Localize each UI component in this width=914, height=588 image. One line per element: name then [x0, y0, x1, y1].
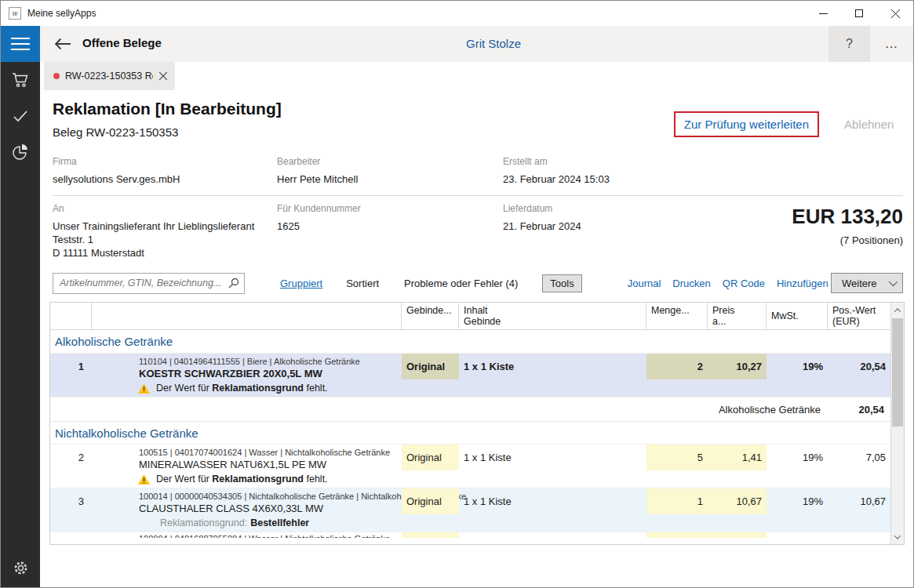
gebinde-cell[interactable]: Original	[402, 445, 459, 470]
scroll-up-button[interactable]	[891, 303, 904, 317]
document-total: EUR 133,20 (7 Positionen)	[682, 203, 903, 268]
chevron-down-icon	[894, 532, 901, 539]
field-firma: Firma sellysolutions Serv.ges.mbH	[53, 156, 277, 186]
hinzufuegen-link[interactable]: Hinzufügen	[777, 278, 828, 289]
position-row-4-partial[interactable]: 100004 | 04016887055084 | Wasser | Nicht…	[50, 532, 890, 538]
inhalt-cell: 1 x 1 Kiste	[459, 488, 646, 514]
group-subtotal: Alkoholische Getränke 20,54	[50, 397, 890, 421]
mwst-cell: 19%	[767, 445, 828, 470]
preis-cell[interactable]: 1,41	[708, 445, 767, 470]
reject-button[interactable]: Ablehnen	[844, 118, 894, 131]
wert-cell: 10,67	[828, 488, 890, 514]
gebinde-cell	[402, 532, 459, 538]
mwst-cell: 19%	[767, 488, 828, 514]
inhalt-cell: 1 x 1 Kiste	[459, 445, 646, 470]
search-box	[53, 273, 245, 294]
document-header: Reklamation [In Bearbeitung] Beleg RW-02…	[53, 100, 903, 151]
warning-row-2: Der Wert für Reklamationsgrund fehlt.	[50, 470, 890, 488]
chevron-down-icon	[889, 278, 898, 286]
col-pos-wert[interactable]: Pos.-Wert (EUR)	[828, 303, 890, 329]
article-meta: 100515 | 04017074001624 | Wasser | Nicht…	[139, 448, 397, 457]
menge-cell[interactable]: 2	[646, 354, 708, 379]
warning-row-1: Der Wert für Reklamationsgrund fehlt.	[50, 379, 890, 397]
sidebar	[1, 26, 40, 587]
app-window: w Meine sellyApps	[0, 0, 914, 588]
chevron-up-icon	[894, 308, 901, 314]
cart-icon	[12, 72, 29, 88]
menge-cell[interactable]: 5	[646, 445, 708, 470]
group-header-alkoholische: Alkoholische Getränke	[50, 330, 890, 353]
total-amount: EUR 133,20	[682, 205, 903, 229]
scroll-down-button[interactable]	[891, 530, 904, 543]
position-row-3[interactable]: 3 100014 | 00000040534305 | Nichtalkohol…	[50, 488, 890, 514]
window-controls	[805, 1, 913, 26]
preis-cell	[708, 532, 767, 538]
filter-sortiert[interactable]: Sortiert	[346, 278, 379, 289]
minimize-icon	[819, 9, 828, 18]
close-button[interactable]	[877, 1, 913, 26]
position-row-1[interactable]: 1 110104 | 04014964111555 | Biere | Alko…	[50, 353, 890, 379]
positions-toolbar: Gruppiert Sortiert Probleme oder Fehler …	[53, 271, 903, 295]
sidebar-item-cart[interactable]	[1, 62, 40, 98]
col-inhalt-gebinde[interactable]: Inhalt Gebinde	[459, 303, 646, 329]
tab-document[interactable]: RW-0223-150353 Re...	[44, 62, 175, 90]
article-meta: 100004 | 04016887055084 | Wasser | Nicht…	[139, 534, 397, 538]
minimize-button[interactable]	[805, 1, 841, 26]
page-title: Offene Belege	[82, 36, 162, 49]
gebinde-cell[interactable]: Original	[402, 354, 459, 379]
close-icon	[891, 9, 900, 18]
qr-code-link[interactable]: QR Code	[723, 278, 765, 289]
sidebar-item-tasks[interactable]	[1, 98, 40, 134]
document-actions: Zur Prüfung weiterleiten Ablehnen	[674, 111, 819, 137]
maximize-button[interactable]	[841, 1, 877, 26]
weitere-dropdown[interactable]: Weitere	[831, 273, 903, 293]
user-name[interactable]: Grit Stolze	[466, 37, 521, 50]
col-preis[interactable]: Preis a...	[708, 303, 767, 329]
filter-probleme[interactable]: Probleme oder Fehler (4)	[404, 278, 518, 289]
search-input[interactable]	[53, 273, 245, 294]
journal-link[interactable]: Journal	[628, 278, 661, 289]
window-title: Meine sellyApps	[27, 8, 96, 19]
col-menge[interactable]: Menge...	[646, 303, 708, 329]
positions-table: Gebinde... Inhalt Gebinde Menge... Preis…	[49, 302, 905, 545]
article-meta: 100014 | 00000040534305 | Nichtalkoholis…	[139, 492, 397, 501]
col-gebinde[interactable]: Gebinde...	[402, 303, 459, 329]
settings-button[interactable]	[1, 551, 40, 584]
preis-cell[interactable]: 10,67	[708, 488, 767, 514]
back-button[interactable]	[49, 34, 76, 54]
help-button[interactable]: ?	[828, 26, 870, 62]
unsaved-dot-icon	[53, 73, 60, 79]
fields-row-1: Firma sellysolutions Serv.ges.mbH Bearbe…	[53, 151, 903, 196]
article-name: KOESTR SCHWARZBIER 20X0,5L MW	[139, 368, 397, 379]
filter-gruppiert[interactable]: Gruppiert	[280, 278, 322, 289]
wert-cell: 20,54	[828, 354, 890, 379]
header-more-button[interactable]: …	[870, 26, 913, 62]
field-an: An Unser Trainingslieferant Ihr Liebling…	[53, 203, 277, 268]
article-meta: 110104 | 04014964111555 | Biere | Alkoho…	[139, 357, 397, 366]
menge-cell[interactable]: 1	[646, 488, 708, 514]
tab-close-button[interactable]	[153, 72, 167, 80]
menge-cell	[646, 532, 708, 538]
search-icon	[228, 278, 239, 291]
close-icon	[159, 72, 167, 80]
inhalt-cell: 1 x 1 Kiste	[459, 354, 646, 379]
scrollbar-thumb[interactable]	[892, 318, 903, 426]
warning-icon	[138, 474, 150, 485]
sidebar-item-reports[interactable]	[1, 134, 40, 170]
gebinde-cell[interactable]: Original	[402, 488, 459, 514]
col-mwst[interactable]: MwSt.	[767, 303, 828, 329]
maximize-icon	[855, 9, 863, 17]
field-bearbeiter: Bearbeiter Herr Pete Mitchell	[277, 156, 503, 186]
article-name: CLAUSTHALER CLASS 4X6X0,33L MW	[139, 503, 397, 514]
drucken-link[interactable]: Drucken	[672, 278, 710, 289]
field-kundennummer: Für Kundennummer 1625	[277, 203, 503, 268]
gear-icon	[13, 560, 29, 576]
position-row-2[interactable]: 2 100515 | 04017074001624 | Wasser | Nic…	[50, 444, 890, 470]
preis-cell[interactable]: 10,27	[708, 354, 767, 379]
menu-button[interactable]	[1, 26, 40, 62]
forward-for-review-button[interactable]: Zur Prüfung weiterleiten	[674, 111, 819, 137]
article-name: MINERALWASSER NATU6X1,5L PE MW	[139, 459, 397, 470]
field-lieferdatum: Lieferdatum 21. Februar 2024	[503, 203, 682, 268]
tools-button[interactable]: Tools	[542, 274, 581, 292]
table-scrollbar[interactable]	[890, 303, 904, 544]
